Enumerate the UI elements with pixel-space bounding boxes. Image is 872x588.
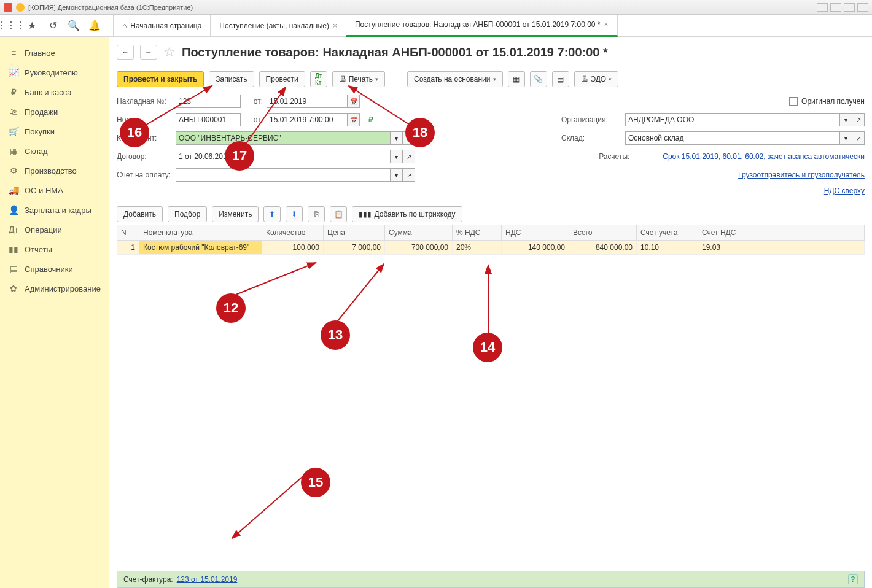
th-vatpct[interactable]: % НДС bbox=[453, 225, 502, 241]
cell-vatacct[interactable]: 19.03 bbox=[698, 241, 865, 255]
tab-list[interactable]: Поступление (акты, накладные) × bbox=[211, 15, 346, 37]
input-counterparty[interactable]: ООО "ИНВЕНТАРЬ-СЕРВИС"▾↗ bbox=[176, 131, 415, 145]
th-vatacct[interactable]: Счет НДС bbox=[698, 225, 865, 241]
chevron-down-icon[interactable]: ▾ bbox=[391, 131, 403, 145]
open-icon[interactable]: ↗ bbox=[403, 150, 415, 163]
create-based-button[interactable]: Создать на основании▾ bbox=[407, 71, 503, 87]
cell-total[interactable]: 840 000,00 bbox=[569, 241, 637, 255]
copy-button[interactable]: ⎘ bbox=[308, 206, 325, 222]
cell-acct[interactable]: 10.10 bbox=[637, 241, 698, 255]
cell-vat[interactable]: 140 000,00 bbox=[502, 241, 569, 255]
tab-doc[interactable]: Поступление товаров: Накладная АНБП-0000… bbox=[346, 15, 618, 37]
th-nomenclature[interactable]: Номенклатура bbox=[139, 225, 262, 241]
post-close-button[interactable]: Провести и закрыть bbox=[117, 71, 204, 87]
close-icon[interactable]: × bbox=[333, 21, 337, 30]
add-button[interactable]: Добавить bbox=[117, 206, 163, 222]
post-button[interactable]: Провести bbox=[259, 71, 305, 87]
cell-price[interactable]: 7 000,00 bbox=[324, 241, 385, 255]
sidebar-item-operations[interactable]: ДтОперации bbox=[0, 220, 109, 239]
sidebar-item-admin[interactable]: ✿Администрирование bbox=[0, 279, 109, 298]
history-icon[interactable]: ↺ bbox=[47, 20, 59, 32]
window-btn-4[interactable] bbox=[857, 3, 868, 12]
input-datetime[interactable]: 15.01.2019 7:00:00📅 bbox=[267, 113, 360, 126]
search-icon[interactable]: 🔍 bbox=[68, 20, 80, 32]
save-button[interactable]: Записать bbox=[209, 71, 254, 87]
calendar-icon[interactable]: 📅 bbox=[348, 113, 360, 126]
input-organization[interactable]: АНДРОМЕДА ООО▾↗ bbox=[625, 113, 865, 126]
help-icon[interactable]: ? bbox=[848, 574, 858, 584]
th-acct[interactable]: Счет учета bbox=[637, 225, 698, 241]
input-warehouse[interactable]: Основной склад▾↗ bbox=[625, 131, 865, 145]
input-bill[interactable]: ▾↗ bbox=[176, 168, 415, 182]
sidebar-item-sales[interactable]: 🛍Продажи bbox=[0, 102, 109, 122]
settlements-link[interactable]: Срок 15.01.2019, 60.01, 60.02, зачет ава… bbox=[663, 152, 865, 161]
add-barcode-button[interactable]: ▮▮▮Добавить по штрихкоду bbox=[352, 206, 462, 222]
sidebar-item-reports[interactable]: ▮▮Отчеты bbox=[0, 239, 109, 259]
invoice-factura-link[interactable]: 123 от 15.01.2019 bbox=[177, 575, 238, 584]
chevron-down-icon[interactable]: ▾ bbox=[840, 113, 852, 126]
input-invoice-date[interactable]: 15.01.2019📅 bbox=[267, 95, 360, 108]
label-from2: от: bbox=[244, 115, 263, 124]
sidebar-item-main[interactable]: ≡Главное bbox=[0, 43, 109, 63]
open-icon[interactable]: ↗ bbox=[852, 131, 865, 145]
sidebar-item-production[interactable]: ⚙Производство bbox=[0, 161, 109, 180]
cell-qty[interactable]: 100,000 bbox=[262, 241, 324, 255]
cell-nomenclature[interactable]: Костюм рабочий "Коловрат-69" bbox=[139, 241, 262, 255]
sidebar-item-manager[interactable]: 📈Руководителю bbox=[0, 63, 109, 82]
input-number[interactable]: АНБП-000001 bbox=[176, 113, 241, 126]
window-btn-1[interactable] bbox=[817, 3, 828, 12]
print-button[interactable]: 🖶Печать▾ bbox=[332, 71, 385, 87]
annotation-14: 14 bbox=[473, 333, 502, 362]
back-button[interactable]: ← bbox=[117, 45, 134, 60]
th-price[interactable]: Цена bbox=[324, 225, 385, 241]
move-down-button[interactable]: ⬇ bbox=[286, 206, 303, 222]
chevron-down-icon[interactable]: ▾ bbox=[391, 168, 403, 182]
apps-icon[interactable]: ⋮⋮⋮ bbox=[5, 20, 17, 32]
favorite-icon[interactable]: ★ bbox=[26, 20, 38, 32]
select-button[interactable]: Подбор bbox=[168, 206, 207, 222]
th-qty[interactable]: Количество bbox=[262, 225, 324, 241]
calendar-icon[interactable]: 📅 bbox=[348, 95, 360, 108]
sidebar-item-directories[interactable]: ▤Справочники bbox=[0, 259, 109, 279]
th-n[interactable]: N bbox=[117, 225, 139, 241]
window-btn-3[interactable] bbox=[844, 3, 855, 12]
list-button[interactable]: ▤ bbox=[552, 71, 569, 87]
cell-n[interactable]: 1 bbox=[117, 241, 139, 255]
th-vat[interactable]: НДС bbox=[502, 225, 569, 241]
input-invoice-no[interactable]: 123 bbox=[176, 95, 241, 108]
change-button[interactable]: Изменить bbox=[212, 206, 259, 222]
sidebar-item-warehouse[interactable]: ▦Склад bbox=[0, 141, 109, 161]
attach-button[interactable]: 📎 bbox=[530, 71, 547, 87]
bell-icon[interactable]: 🔔 bbox=[88, 20, 101, 32]
input-contract[interactable]: 1 от 20.06.2015▾↗ bbox=[176, 150, 415, 163]
chevron-down-icon[interactable]: ▾ bbox=[840, 131, 852, 145]
th-sum[interactable]: Сумма bbox=[385, 225, 453, 241]
paste-button[interactable]: 📋 bbox=[330, 206, 347, 222]
original-checkbox[interactable]: Оригинал получен bbox=[789, 97, 865, 106]
move-up-button[interactable]: ⬆ bbox=[263, 206, 281, 222]
vat-mode-link[interactable]: НДС сверху bbox=[824, 187, 865, 195]
dtkt-button[interactable]: ДтКт bbox=[310, 71, 327, 87]
chevron-down-icon[interactable]: ▾ bbox=[391, 150, 403, 163]
star-icon[interactable]: ☆ bbox=[163, 44, 176, 60]
window-btn-2[interactable] bbox=[830, 3, 841, 12]
cell-sum[interactable]: 700 000,00 bbox=[385, 241, 453, 255]
form-button[interactable]: ▦ bbox=[508, 71, 525, 87]
open-icon[interactable]: ↗ bbox=[403, 168, 415, 182]
sidebar-item-assets[interactable]: 🚚ОС и НМА bbox=[0, 180, 109, 200]
sidebar-item-salary[interactable]: 👤Зарплата и кадры bbox=[0, 200, 109, 220]
sidebar-item-bank[interactable]: ₽Банк и касса bbox=[0, 82, 109, 102]
sidebar-item-label: Главное bbox=[25, 48, 55, 58]
dtkt-link-icon[interactable]: ₽ bbox=[368, 115, 373, 124]
open-icon[interactable]: ↗ bbox=[852, 113, 865, 126]
cell-vatpct[interactable]: 20% bbox=[453, 241, 502, 255]
menu-arrow-icon[interactable] bbox=[16, 3, 25, 12]
th-total[interactable]: Всего bbox=[569, 225, 637, 241]
close-icon[interactable]: × bbox=[604, 20, 609, 29]
shipper-link[interactable]: Грузоотправитель и грузополучатель bbox=[738, 171, 865, 179]
tab-home[interactable]: ⌂ Начальная страница bbox=[113, 15, 211, 37]
sidebar-item-purchases[interactable]: 🛒Покупки bbox=[0, 122, 109, 141]
edo-button[interactable]: 🖶ЭДО▾ bbox=[574, 71, 619, 87]
table-row[interactable]: 1 Костюм рабочий "Коловрат-69" 100,000 7… bbox=[117, 241, 865, 255]
forward-button[interactable]: → bbox=[140, 45, 157, 60]
